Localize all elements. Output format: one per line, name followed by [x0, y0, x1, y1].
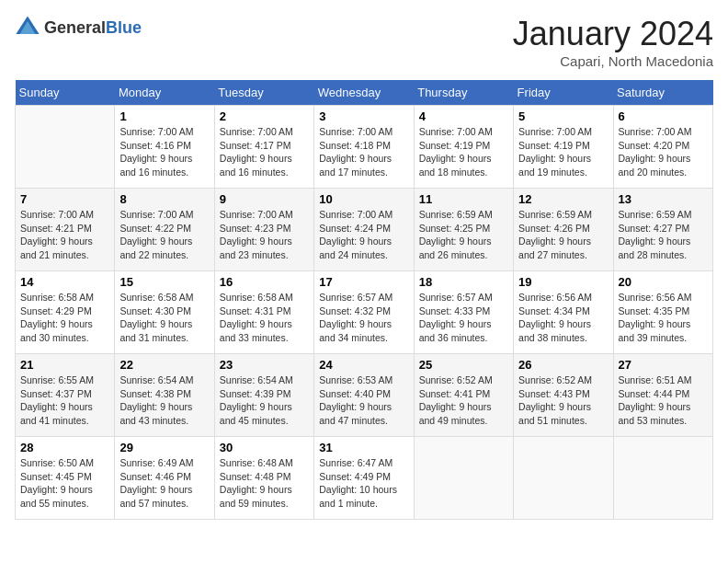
header-cell-monday: Monday: [115, 80, 214, 106]
day-number: 17: [319, 275, 408, 289]
day-cell: 7Sunrise: 7:00 AMSunset: 4:21 PMDaylight…: [16, 189, 115, 271]
week-row-3: 14Sunrise: 6:58 AMSunset: 4:29 PMDayligh…: [16, 271, 713, 354]
day-cell: 2Sunrise: 7:00 AMSunset: 4:17 PMDaylight…: [214, 106, 313, 189]
day-number: 29: [119, 441, 209, 454]
logo-icon: [15, 15, 40, 40]
day-number: 2: [220, 109, 309, 123]
week-row-1: 1Sunrise: 7:00 AMSunset: 4:16 PMDaylight…: [16, 106, 713, 189]
day-cell: 26Sunrise: 6:52 AMSunset: 4:43 PMDayligh…: [514, 354, 613, 437]
header: GeneralBlue January 2024 Capari, North M…: [15, 15, 713, 69]
day-info: Sunrise: 6:52 AMSunset: 4:43 PMDaylight:…: [518, 373, 608, 428]
day-info: Sunrise: 6:57 AMSunset: 4:33 PMDaylight:…: [419, 291, 508, 345]
day-number: 25: [419, 358, 508, 372]
day-number: 7: [20, 192, 109, 206]
day-cell: 4Sunrise: 7:00 AMSunset: 4:19 PMDaylight…: [414, 106, 513, 189]
day-info: Sunrise: 6:59 AMSunset: 4:25 PMDaylight:…: [419, 208, 508, 262]
day-cell: 9Sunrise: 7:00 AMSunset: 4:23 PMDaylight…: [214, 189, 313, 271]
day-info: Sunrise: 7:00 AMSunset: 4:19 PMDaylight:…: [419, 125, 508, 179]
day-info: Sunrise: 6:56 AMSunset: 4:34 PMDaylight:…: [518, 291, 608, 345]
day-number: 23: [220, 358, 309, 372]
day-number: 14: [20, 275, 109, 289]
day-number: 11: [419, 192, 508, 206]
day-cell: 23Sunrise: 6:54 AMSunset: 4:39 PMDayligh…: [214, 354, 313, 437]
day-number: 1: [119, 109, 209, 123]
day-cell: 14Sunrise: 6:58 AMSunset: 4:29 PMDayligh…: [16, 271, 115, 354]
logo: GeneralBlue: [15, 15, 142, 40]
day-cell: 5Sunrise: 7:00 AMSunset: 4:19 PMDaylight…: [514, 106, 613, 189]
day-cell: 22Sunrise: 6:54 AMSunset: 4:38 PMDayligh…: [115, 354, 214, 437]
day-number: 31: [319, 441, 408, 454]
day-cell: 30Sunrise: 6:48 AMSunset: 4:48 PMDayligh…: [214, 437, 313, 520]
day-number: 6: [619, 109, 708, 123]
day-number: 8: [119, 192, 209, 206]
header-cell-friday: Friday: [514, 80, 613, 106]
day-info: Sunrise: 6:58 AMSunset: 4:29 PMDaylight:…: [20, 291, 109, 345]
day-info: Sunrise: 6:59 AMSunset: 4:26 PMDaylight:…: [518, 208, 608, 262]
day-number: 24: [319, 358, 408, 372]
day-number: 21: [20, 358, 109, 372]
day-cell: 16Sunrise: 6:58 AMSunset: 4:31 PMDayligh…: [214, 271, 313, 354]
day-number: 4: [419, 109, 508, 123]
header-cell-saturday: Saturday: [613, 80, 712, 106]
calendar-table: SundayMondayTuesdayWednesdayThursdayFrid…: [15, 80, 713, 520]
day-cell: 20Sunrise: 6:56 AMSunset: 4:35 PMDayligh…: [613, 271, 712, 354]
day-cell: 8Sunrise: 7:00 AMSunset: 4:22 PMDaylight…: [115, 189, 214, 271]
day-number: 30: [220, 441, 309, 454]
day-info: Sunrise: 7:00 AMSunset: 4:21 PMDaylight:…: [20, 208, 109, 262]
day-cell: [514, 437, 613, 520]
header-cell-sunday: Sunday: [16, 80, 115, 106]
header-row: SundayMondayTuesdayWednesdayThursdayFrid…: [16, 80, 713, 106]
day-cell: 12Sunrise: 6:59 AMSunset: 4:26 PMDayligh…: [514, 189, 613, 271]
day-info: Sunrise: 6:58 AMSunset: 4:30 PMDaylight:…: [119, 291, 209, 345]
day-cell: 24Sunrise: 6:53 AMSunset: 4:40 PMDayligh…: [314, 354, 414, 437]
day-cell: 28Sunrise: 6:50 AMSunset: 4:45 PMDayligh…: [16, 437, 115, 520]
day-cell: 1Sunrise: 7:00 AMSunset: 4:16 PMDaylight…: [115, 106, 214, 189]
day-number: 13: [619, 192, 708, 206]
week-row-5: 28Sunrise: 6:50 AMSunset: 4:45 PMDayligh…: [16, 437, 713, 520]
day-cell: 21Sunrise: 6:55 AMSunset: 4:37 PMDayligh…: [16, 354, 115, 437]
day-cell: 11Sunrise: 6:59 AMSunset: 4:25 PMDayligh…: [414, 189, 513, 271]
day-info: Sunrise: 6:52 AMSunset: 4:41 PMDaylight:…: [419, 373, 508, 428]
day-info: Sunrise: 7:00 AMSunset: 4:24 PMDaylight:…: [319, 208, 408, 262]
location-subtitle: Capari, North Macedonia: [513, 53, 713, 69]
day-cell: 19Sunrise: 6:56 AMSunset: 4:34 PMDayligh…: [514, 271, 613, 354]
day-number: 28: [20, 441, 109, 454]
day-cell: [613, 437, 712, 520]
day-number: 16: [220, 275, 309, 289]
day-number: 12: [518, 192, 608, 206]
day-number: 19: [518, 275, 608, 289]
day-cell: [16, 106, 115, 189]
day-info: Sunrise: 7:00 AMSunset: 4:17 PMDaylight:…: [220, 125, 309, 179]
day-cell: 6Sunrise: 7:00 AMSunset: 4:20 PMDaylight…: [613, 106, 712, 189]
month-title: January 2024: [513, 15, 713, 53]
day-cell: 18Sunrise: 6:57 AMSunset: 4:33 PMDayligh…: [414, 271, 513, 354]
day-cell: 3Sunrise: 7:00 AMSunset: 4:18 PMDaylight…: [314, 106, 414, 189]
day-info: Sunrise: 6:50 AMSunset: 4:45 PMDaylight:…: [20, 456, 109, 511]
day-number: 22: [119, 358, 209, 372]
day-info: Sunrise: 6:53 AMSunset: 4:40 PMDaylight:…: [319, 373, 408, 428]
day-number: 20: [619, 275, 708, 289]
day-info: Sunrise: 6:55 AMSunset: 4:37 PMDaylight:…: [20, 373, 109, 428]
day-cell: 15Sunrise: 6:58 AMSunset: 4:30 PMDayligh…: [115, 271, 214, 354]
day-number: 10: [319, 192, 408, 206]
day-info: Sunrise: 6:56 AMSunset: 4:35 PMDaylight:…: [619, 291, 708, 345]
day-cell: [414, 437, 513, 520]
day-info: Sunrise: 6:47 AMSunset: 4:49 PMDaylight:…: [319, 456, 408, 511]
day-info: Sunrise: 7:00 AMSunset: 4:20 PMDaylight:…: [619, 125, 708, 179]
day-info: Sunrise: 7:00 AMSunset: 4:19 PMDaylight:…: [518, 125, 608, 179]
day-info: Sunrise: 6:59 AMSunset: 4:27 PMDaylight:…: [619, 208, 708, 262]
day-info: Sunrise: 7:00 AMSunset: 4:23 PMDaylight:…: [220, 208, 309, 262]
day-cell: 25Sunrise: 6:52 AMSunset: 4:41 PMDayligh…: [414, 354, 513, 437]
day-cell: 29Sunrise: 6:49 AMSunset: 4:46 PMDayligh…: [115, 437, 214, 520]
week-row-2: 7Sunrise: 7:00 AMSunset: 4:21 PMDaylight…: [16, 189, 713, 271]
day-number: 3: [319, 109, 408, 123]
header-cell-thursday: Thursday: [414, 80, 513, 106]
day-info: Sunrise: 6:49 AMSunset: 4:46 PMDaylight:…: [119, 456, 209, 511]
day-info: Sunrise: 6:54 AMSunset: 4:39 PMDaylight:…: [220, 373, 309, 428]
day-number: 15: [119, 275, 209, 289]
day-info: Sunrise: 6:58 AMSunset: 4:31 PMDaylight:…: [220, 291, 309, 345]
day-cell: 27Sunrise: 6:51 AMSunset: 4:44 PMDayligh…: [613, 354, 712, 437]
day-number: 9: [220, 192, 309, 206]
day-number: 26: [518, 358, 608, 372]
day-cell: 17Sunrise: 6:57 AMSunset: 4:32 PMDayligh…: [314, 271, 414, 354]
